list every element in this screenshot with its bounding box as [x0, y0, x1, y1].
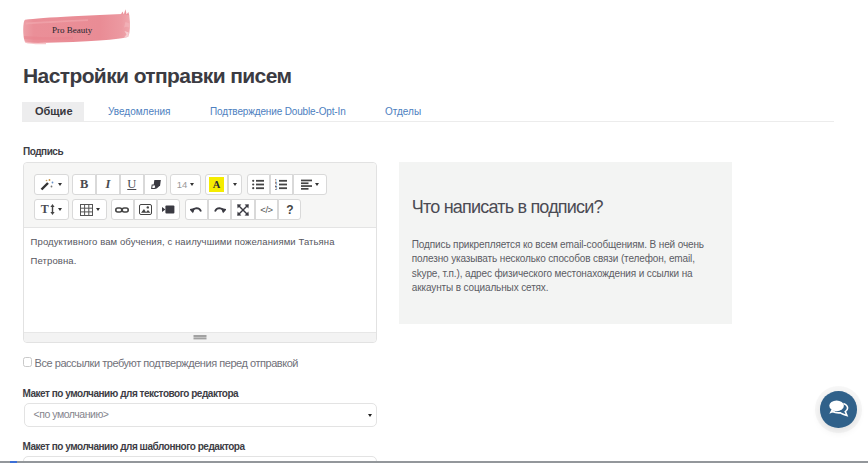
svg-text:Pro Beauty: Pro Beauty [52, 25, 93, 35]
svg-text:3: 3 [275, 186, 278, 190]
